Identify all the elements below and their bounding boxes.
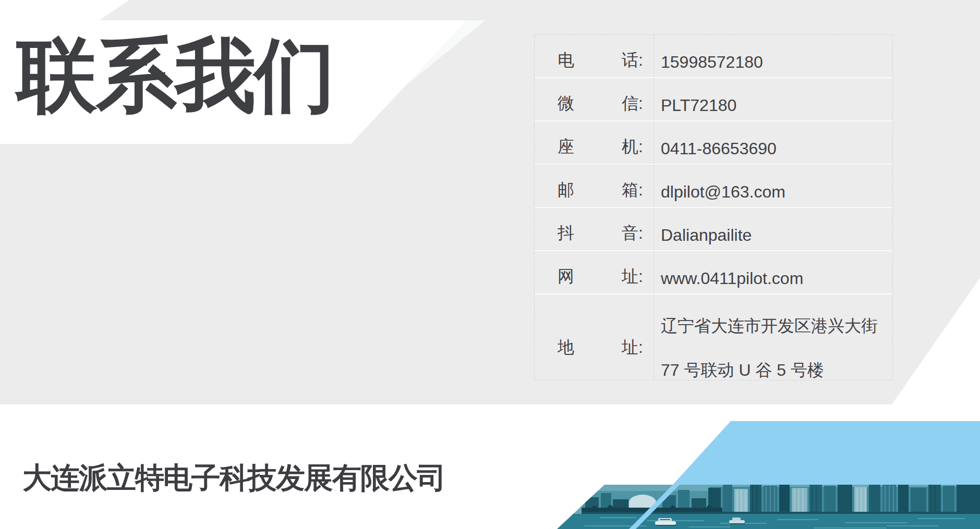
table-row-wechat: 微 信: PLT72180 [535,78,892,121]
table-row-douyin: 抖 音: Dalianpailite [535,208,892,251]
address-line-1: 辽宁省大连市开发区港兴大街 [661,304,878,348]
row-label: 邮 箱: [535,165,654,207]
row-value: www.0411pilot.com [654,251,892,293]
row-label: 地 址: [535,294,654,380]
address-line-2: 77 号联动 U 谷 5 号楼 [661,348,824,392]
row-value: 0411-86653690 [654,121,892,164]
contact-table: 电 话: 15998572180 微 信: PLT72180 座 机: [534,34,893,380]
company-name: 大连派立特电子科技发展有限公司 [22,459,445,498]
label-char: 网 [558,265,574,288]
table-row-landline: 座 机: 0411-86653690 [535,121,892,165]
label-char: 机: [622,136,643,158]
label-char: 话: [622,49,643,72]
city-skyline-photo [553,484,980,529]
table-row-address: 地 址: 辽宁省大连市开发区港兴大街 77 号联动 U 谷 5 号楼 [535,294,892,380]
row-value: PLT72180 [654,78,892,120]
table-row-email: 邮 箱: dlpilot@163.com [535,165,892,208]
row-label: 抖 音: [535,208,654,250]
table-row-phone: 电 话: 15998572180 [535,35,892,78]
label-char: 座 [558,136,574,158]
row-label: 微 信: [535,78,654,120]
label-char: 址: [622,336,643,359]
label-char: 电 [558,49,574,72]
label-char: 音: [622,222,643,245]
label-char: 抖 [558,222,574,245]
label-char: 微 [558,92,574,115]
table-row-website: 网 址: www.0411pilot.com [535,251,892,294]
row-label: 座 机: [535,121,654,164]
row-value: 15998572180 [654,35,892,77]
label-char: 地 [558,336,574,359]
slide-canvas: 联系我们 电 话: 15998572180 微 信: PLT72180 [0,0,980,529]
row-label: 电 话: [535,35,654,77]
label-char: 信: [622,92,643,115]
skyline-graphic [553,484,980,529]
row-value: 辽宁省大连市开发区港兴大街 77 号联动 U 谷 5 号楼 [654,294,892,380]
label-char: 址: [622,265,643,288]
row-value: dlpilot@163.com [654,165,892,207]
row-label: 网 址: [535,251,654,293]
page-title: 联系我们 [17,33,334,118]
label-char: 邮 [558,179,574,202]
row-value: Dalianpailite [654,208,892,250]
label-char: 箱: [622,179,643,202]
